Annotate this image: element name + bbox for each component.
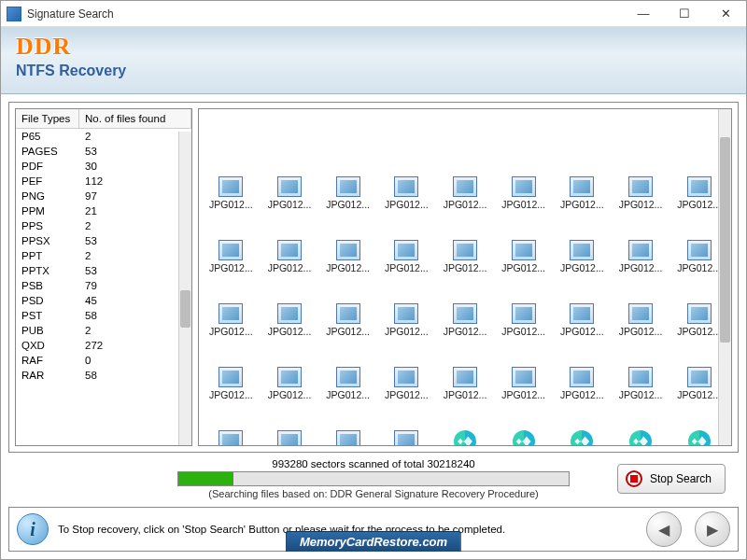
image-file-icon [277,303,302,324]
filetype-name: RAR [16,368,79,383]
preview-panel: JPG012...JPG012...JPG012...JPG012...JPG0… [198,108,732,446]
filetypes-row[interactable]: RAF0 [16,353,191,368]
preview-file[interactable]: JPG012... [319,430,376,445]
filetypes-row[interactable]: PPSX53 [16,233,191,248]
preview-file-label: JPG012... [501,262,545,273]
preview-file[interactable]: JPG012... [437,367,494,427]
preview-file[interactable]: JPG012... [554,240,611,300]
image-file-icon [453,240,477,260]
preview-file[interactable]: JPG012... [378,176,435,236]
preview-file[interactable]: JPG012... [203,430,260,445]
preview-file[interactable]: JPG012... [261,303,318,363]
filetypes-row[interactable]: P652 [16,129,191,144]
preview-file[interactable]: JPG012... [437,240,494,300]
preview-file[interactable]: JPG012... [319,176,376,236]
preview-file[interactable]: JPG012... [261,430,318,445]
filetypes-row[interactable]: PST58 [16,308,191,323]
filetypes-row[interactable]: PPTX53 [16,263,191,278]
preview-file-label: JPG012... [326,389,370,400]
preview-file[interactable]: JPG012... [613,176,669,236]
filetypes-row[interactable]: QXD272 [16,338,191,353]
back-button[interactable]: ◀ [646,511,682,547]
preview-file[interactable]: HTML00... [613,430,669,445]
filetypes-col2-header[interactable]: No. of files found [79,109,191,128]
stop-search-button[interactable]: Stop Search [617,464,726,494]
filetypes-row[interactable]: PEF112 [16,174,191,189]
filetypes-row[interactable]: PSB79 [16,278,191,293]
filetypes-scrollbar[interactable] [178,132,191,445]
filetypes-row[interactable]: PPM21 [16,203,191,218]
preview-file[interactable]: JPG012... [613,367,669,427]
preview-file-label: JPG012... [385,199,429,210]
site-badge[interactable]: MemoryCardRestore.com [286,531,461,552]
minimize-button[interactable]: — [623,1,664,27]
preview-file-label: JPG012... [501,389,545,400]
image-file-icon [512,176,536,197]
image-file-icon [453,176,477,197]
preview-file[interactable]: JPG012... [554,367,611,427]
preview-file[interactable]: HTML00... [554,430,611,445]
preview-file[interactable]: JPG012... [261,240,318,300]
image-file-icon [336,176,360,197]
preview-file[interactable]: JPG012... [495,303,552,363]
filetype-name: PAGES [16,144,79,159]
preview-file[interactable]: JPG012... [554,176,611,236]
filetypes-row[interactable]: RAR58 [16,368,191,383]
preview-file-label: JPG012... [677,262,721,273]
image-file-icon [570,176,594,197]
preview-file[interactable]: JPG012... [378,303,435,363]
preview-file-label: JPG012... [560,262,604,273]
close-button[interactable]: ✕ [705,1,746,27]
preview-file[interactable]: JPG012... [554,303,611,363]
image-file-icon [218,367,243,387]
filetypes-row[interactable]: PPS2 [16,218,191,233]
filetypes-row[interactable]: PUB2 [16,323,191,338]
preview-file[interactable]: JPG012... [319,240,376,300]
filetypes-row[interactable]: PPT2 [16,248,191,263]
preview-file[interactable]: JPG012... [613,240,669,300]
filetype-name: PSB [16,278,79,293]
footer: i To Stop recovery, click on 'Stop Searc… [8,507,739,552]
preview-file[interactable]: JPG012... [203,303,260,363]
filetype-count: 112 [79,174,191,189]
image-file-icon [394,303,418,324]
preview-file[interactable]: JPG012... [203,176,260,236]
preview-scroll-thumb[interactable] [720,137,730,343]
preview-scrollbar[interactable] [718,109,731,445]
filetype-name: PPT [16,248,79,263]
preview-file-label: JPG012... [677,389,721,400]
preview-file[interactable]: JPG012... [437,303,494,363]
preview-file[interactable]: HTML00... [437,430,494,445]
image-file-icon [218,430,243,445]
preview-file[interactable]: JPG012... [319,303,376,363]
filetypes-row[interactable]: PSD45 [16,293,191,308]
preview-file[interactable]: JPG012... [261,367,318,427]
app-subtitle: NTFS Recovery [16,63,731,79]
preview-file[interactable]: JPG012... [203,240,260,300]
filetypes-col1-header[interactable]: File Types [16,109,79,128]
filetype-count: 45 [79,293,191,308]
filetypes-scroll-thumb[interactable] [180,290,190,328]
filetype-name: PNG [16,189,79,203]
preview-file[interactable]: JPG012... [495,176,552,236]
filetypes-row[interactable]: PAGES53 [16,144,191,159]
preview-file[interactable]: JPG012... [261,176,318,236]
filetype-count: 30 [79,159,191,174]
maximize-button[interactable]: ☐ [664,1,705,27]
forward-button[interactable]: ▶ [695,511,730,547]
preview-file[interactable]: HTML00... [495,430,552,445]
preview-file[interactable]: JPG012... [495,240,552,300]
image-file-icon [687,176,712,197]
filetype-name: PPSX [16,233,79,248]
preview-file[interactable]: JPG012... [203,367,260,427]
preview-file[interactable]: JPG012... [378,430,435,445]
brand-logo: DDR [16,33,731,61]
preview-file[interactable]: JPG012... [378,367,435,427]
preview-file[interactable]: JPG012... [613,303,669,363]
preview-file[interactable]: JPG012... [495,367,552,427]
filetypes-row[interactable]: PNG97 [16,189,191,203]
preview-file[interactable]: JPG012... [319,367,376,427]
preview-file[interactable]: JPG012... [378,240,435,300]
filetypes-row[interactable]: PDF30 [16,159,191,174]
preview-file[interactable]: JPG012... [437,176,494,236]
